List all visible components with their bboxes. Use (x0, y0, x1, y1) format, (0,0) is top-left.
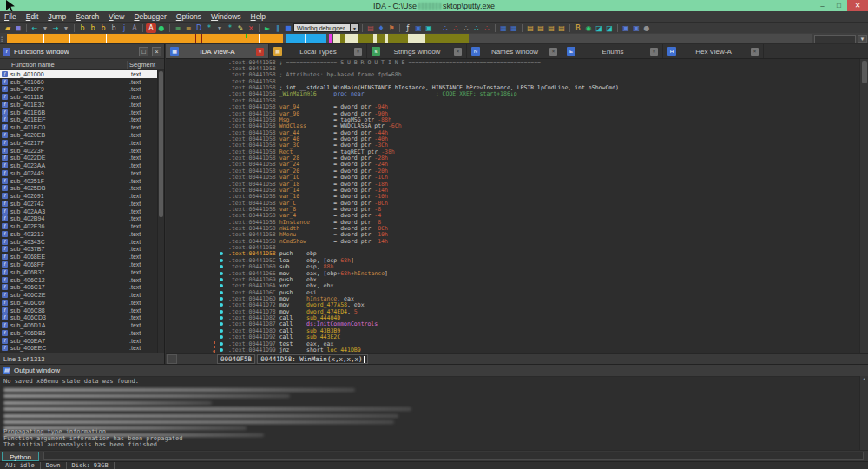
scroll-up-icon[interactable]: ▲ (860, 376, 868, 382)
back-dropdown-icon[interactable]: ▾ (40, 23, 50, 33)
tab-strings-window[interactable]: sStrings window× (367, 44, 467, 58)
flowchart-icon[interactable]: ▦ (498, 23, 509, 33)
graph-view-icon[interactable]: ∴ (440, 23, 450, 33)
disassembly-scrollbar-thumb[interactable] (862, 61, 867, 83)
tab-close-icon[interactable]: × (454, 48, 462, 56)
names-list-icon[interactable]: ▤ (525, 23, 536, 33)
create-struct-icon[interactable]: ≡ (173, 23, 183, 33)
function-row[interactable]: fsub_402449.text (0, 169, 164, 177)
function-row[interactable]: fsub_406D1A.text (0, 321, 164, 329)
tab-close-icon[interactable]: × (549, 48, 557, 56)
function-row[interactable]: fsub_402691.text (0, 192, 164, 200)
debugger-select-combo[interactable]: Windbg debugger (293, 23, 351, 32)
menu-item-search[interactable]: Search (76, 12, 99, 21)
signatures-list-icon[interactable]: ▤ (546, 23, 556, 33)
tab-local-types[interactable]: ▤Local Types× (269, 44, 367, 58)
close-button[interactable]: ✕ (847, 0, 868, 11)
tab-ida-view-a[interactable]: ▦IDA View-A× (166, 44, 269, 58)
output-log[interactable]: No saved x86emu state data was found. Pr… (0, 377, 868, 451)
disasm-line[interactable]: .text:00441D99 jnz short loc_441DB9 (166, 347, 868, 353)
function-row[interactable]: fsub_406C2E.text (0, 291, 164, 299)
function-row[interactable]: fsub_40343C.text (0, 238, 164, 246)
tab-close-icon[interactable]: × (650, 48, 658, 56)
menu-item-options[interactable]: Options (176, 12, 201, 21)
graph-xrefs-to-icon[interactable]: ∴ (450, 23, 461, 33)
menu-item-windows[interactable]: Windows (211, 12, 241, 21)
function-row[interactable]: fsub_4010F9.text (0, 86, 164, 94)
function-row[interactable]: fsub_4023AA.text (0, 162, 164, 169)
debugger-stop-icon[interactable]: ■ (283, 23, 293, 33)
text-icon[interactable]: A (129, 23, 140, 33)
windows-list-icon[interactable]: ▣ (621, 23, 631, 33)
disassembly-view[interactable]: .text:00441D58 ; =============== S U B R… (166, 59, 868, 353)
data-definition-icon[interactable]: D (194, 23, 204, 33)
function-row[interactable]: fsub_402E36.text (0, 222, 164, 230)
function-row[interactable]: fsub_406CD3.text (0, 314, 164, 322)
output-window-titlebar[interactable]: ▤ Output window (0, 365, 868, 377)
function-row[interactable]: fsub_401FC0.text (0, 123, 164, 131)
breakpoint-list-icon[interactable]: ▤ (365, 23, 376, 33)
function-row[interactable]: fsub_4037B7.text (0, 246, 164, 254)
function-row[interactable]: fsub_406EEC.text (0, 345, 164, 353)
navband-address-map[interactable] (7, 34, 812, 43)
function-row[interactable]: fsub_40223F.text (0, 147, 164, 155)
desktop-icon[interactable]: ▣ (631, 23, 641, 33)
panel-float-button[interactable]: □ (139, 47, 148, 56)
python-input-field[interactable] (43, 452, 864, 460)
function-row[interactable]: fsub_406C69.text (0, 299, 164, 307)
function-row[interactable]: fsub_402B94.text (0, 215, 164, 223)
output-scrollbar[interactable]: ▲ (859, 376, 868, 451)
python-console-tab[interactable]: Python (2, 452, 39, 461)
menu-item-view[interactable]: View (108, 12, 124, 21)
menu-item-jump[interactable]: Jump (48, 12, 66, 21)
ascii-icon[interactable]: A (146, 23, 156, 33)
function-row[interactable]: fsub_401E6B.text (0, 109, 164, 116)
jump-word-icon[interactable]: b (88, 23, 98, 33)
tab-close-icon[interactable]: × (354, 48, 362, 56)
flag-icon[interactable]: ⚑ (386, 23, 397, 33)
restore-button[interactable]: □ (831, 0, 847, 11)
patch-dropdown-icon[interactable]: ▾ (214, 23, 225, 33)
asterisk-icon[interactable]: * (225, 23, 235, 33)
function-row[interactable]: fsub_406DB5.text (0, 329, 164, 337)
forward-dropdown-icon[interactable]: ▾ (61, 23, 71, 33)
jump-dword-icon[interactable]: b (98, 23, 108, 33)
navband-dropdown-icon[interactable]: ▼ (858, 35, 867, 43)
segment-regs-icon[interactable]: ◪ (604, 23, 615, 33)
analysis-indicator-icon[interactable]: ● (156, 23, 167, 33)
function-icon[interactable]: ƒ (403, 23, 413, 33)
column-header-function-name[interactable]: Function name (0, 61, 127, 69)
strings-list-icon[interactable]: ▤ (556, 23, 567, 33)
segments-list-icon[interactable]: ▤ (536, 23, 546, 33)
edit-comment-icon[interactable]: ✎ (235, 23, 246, 33)
combo-dropdown-icon[interactable]: ▾ (351, 23, 359, 32)
navigate-forward-icon[interactable]: → (50, 23, 61, 33)
menu-item-debugger[interactable]: Debugger (134, 12, 166, 21)
function-row[interactable]: fsub_401000.text (0, 70, 164, 78)
save-icon[interactable]: ◼ (13, 23, 23, 33)
tab-close-icon[interactable]: × (256, 48, 264, 56)
column-header-segment[interactable]: Segment (127, 61, 164, 69)
debugger-start-icon[interactable]: ► (262, 23, 273, 33)
functions-window-titlebar[interactable]: f Functions window □ × (0, 44, 164, 59)
debugger-pause-icon[interactable]: ∥ (273, 23, 283, 33)
function-row[interactable]: fsub_40217F.text (0, 139, 164, 147)
patch-icon[interactable]: * (204, 23, 214, 33)
function-row[interactable]: fsub_4068FF.text (0, 261, 164, 268)
disassembly-scrollbar[interactable] (859, 59, 868, 353)
open-file-icon[interactable]: ▰ (3, 23, 13, 33)
menu-item-file[interactable]: File (4, 12, 16, 21)
minimize-button[interactable]: – (814, 0, 831, 11)
functions-scrollbar-thumb[interactable] (159, 71, 163, 217)
function-row[interactable]: fsub_402742.text (0, 200, 164, 208)
jump-data-icon[interactable]: b (108, 23, 119, 33)
function-row[interactable]: fsub_4022DE.text (0, 154, 164, 162)
function-row[interactable]: fsub_401060.text (0, 78, 164, 86)
function-row[interactable]: fsub_406C12.text (0, 276, 164, 284)
jump-code-icon[interactable]: j (119, 23, 129, 33)
jump-byte-icon[interactable]: b (77, 23, 88, 33)
record-icon[interactable]: ● (641, 23, 652, 33)
watch-icon[interactable]: ♦ (376, 23, 386, 33)
function-row[interactable]: fsub_401E32.text (0, 101, 164, 109)
function-row[interactable]: fsub_401118.text (0, 93, 164, 101)
